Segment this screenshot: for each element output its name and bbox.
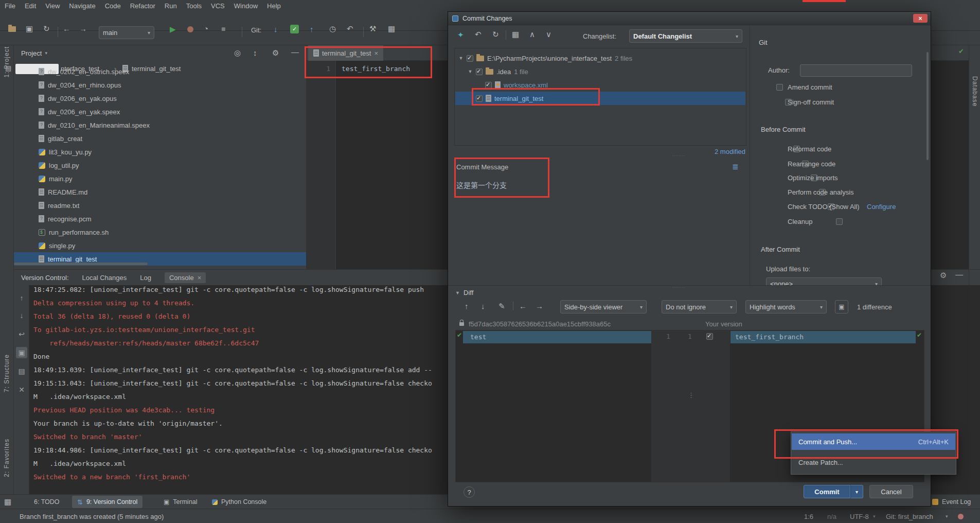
scroll-down-icon[interactable]: ↓: [16, 310, 27, 321]
tab-local-changes[interactable]: Local Changes: [82, 274, 127, 282]
project-file-row[interactable]: single.py: [14, 239, 306, 252]
project-file-row[interactable]: dw_0206_en_yak.opus: [14, 92, 306, 105]
project-file-row[interactable]: readme.txt: [14, 199, 306, 212]
notification-icon[interactable]: [958, 514, 964, 519]
tool-button-project[interactable]: 1: Project: [3, 46, 10, 78]
changelist-select[interactable]: Default Changelist ▾: [629, 29, 742, 43]
checkbox[interactable]: [476, 95, 483, 102]
collapse-all-icon[interactable]: ↕: [253, 49, 257, 57]
menu-navigate[interactable]: Navigate: [64, 2, 100, 10]
splitter-grip-icon[interactable]: ⋮: [688, 391, 694, 399]
git-branch-widget[interactable]: Git: first_branch: [886, 513, 933, 520]
tool-button-database[interactable]: Database: [971, 76, 978, 107]
include-change-checkbox[interactable]: [706, 333, 713, 340]
chevron-expanded-icon[interactable]: ▼: [458, 56, 464, 61]
expand-all-icon[interactable]: ∧: [529, 30, 535, 38]
project-file-row[interactable]: dw_0204_en_rhino.opus: [14, 78, 306, 92]
collapse-unchanged-icon[interactable]: ▣: [835, 300, 848, 313]
project-file-row[interactable]: gitlab_creat: [14, 132, 306, 145]
previous-difference-icon[interactable]: ↑: [465, 302, 469, 310]
menu-item-commit-and-push[interactable]: Commit and Push... Ctrl+Alt+K: [792, 433, 955, 450]
close-icon[interactable]: ×: [374, 49, 378, 57]
tab-todo[interactable]: 6: TODO: [34, 498, 60, 505]
tab-console-selected[interactable]: Console ×: [165, 272, 206, 283]
close-icon[interactable]: ×: [198, 274, 202, 282]
tree-row-terminal-git-test[interactable]: terminal_git_test: [455, 92, 745, 105]
compare-next-file-icon[interactable]: →: [536, 302, 543, 310]
author-field[interactable]: [800, 64, 912, 77]
project-file-row[interactable]: lit3_kou_yu.py: [14, 145, 306, 159]
soft-wrap-icon[interactable]: ↩: [16, 328, 27, 340]
menu-file[interactable]: File: [0, 2, 20, 10]
commit-message-history-icon[interactable]: ≣: [732, 162, 739, 171]
help-button[interactable]: ?: [464, 486, 475, 498]
amend-commit-checkbox[interactable]: [776, 84, 783, 91]
menu-help[interactable]: Help: [262, 2, 286, 10]
project-file-row[interactable]: dw_0206_en_yak.speex: [14, 105, 306, 118]
tree-row-workspace-xml[interactable]: workspace.xml: [455, 78, 745, 92]
clear-console-icon[interactable]: ✕: [16, 384, 27, 395]
tab-terminal[interactable]: ▣Terminal: [164, 498, 198, 505]
project-file-row[interactable]: recognise.pcm: [14, 212, 306, 225]
tab-version-control-selected[interactable]: ⇅ 9: Version Control: [72, 496, 142, 508]
checkbox[interactable]: [485, 82, 492, 89]
hide-panel-icon[interactable]: —: [291, 48, 299, 56]
whitespace-policy-select[interactable]: Do not ignore▾: [662, 300, 737, 313]
project-file-row[interactable]: dw_0210_en_Marineanimal.speex: [14, 118, 306, 132]
cancel-button[interactable]: Cancel: [869, 485, 913, 498]
compare-previous-file-icon[interactable]: ←: [519, 302, 527, 310]
tool-window-switcher-icon[interactable]: ▦: [4, 498, 11, 505]
project-file-row[interactable]: main.py: [14, 172, 306, 185]
project-file-row[interactable]: README.md: [14, 185, 306, 199]
dialog-title-bar[interactable]: Commit Changes ×: [448, 12, 931, 25]
scroll-up-icon[interactable]: ↑: [16, 292, 27, 304]
group-by-icon[interactable]: ▦: [512, 30, 519, 38]
configure-link[interactable]: Configure: [867, 203, 896, 211]
editor-tab[interactable]: terminal_git_test ×: [308, 45, 383, 61]
cleanup-checkbox[interactable]: [836, 218, 843, 225]
highlight-policy-select[interactable]: Highlight words▾: [745, 300, 827, 313]
scroll-to-end-icon[interactable]: ▣: [16, 347, 27, 358]
chevron-expanded-icon[interactable]: ▼: [455, 290, 460, 295]
commit-dropdown-button[interactable]: ▾: [850, 485, 863, 498]
menu-view[interactable]: View: [41, 2, 64, 10]
diff-viewer-select[interactable]: Side-by-side viewer▾: [560, 300, 647, 313]
menu-window[interactable]: Window: [229, 2, 262, 10]
horizontal-scrollbar[interactable]: [14, 263, 148, 265]
gear-icon[interactable]: ⚙: [272, 49, 279, 57]
checkbox[interactable]: [476, 68, 483, 75]
close-icon[interactable]: ×: [913, 14, 928, 23]
refresh-icon[interactable]: ↻: [492, 30, 499, 38]
menu-tools[interactable]: Tools: [182, 2, 206, 10]
edit-icon[interactable]: ✎: [498, 302, 505, 310]
project-file-row[interactable]: log_util.py: [14, 159, 306, 172]
upload-target-select[interactable]: <none> ▾: [766, 277, 882, 285]
event-log-button[interactable]: Event Log: [932, 498, 971, 505]
next-difference-icon[interactable]: ↓: [481, 302, 485, 310]
encoding-select[interactable]: UTF-8: [850, 513, 869, 520]
menu-code[interactable]: Code: [100, 2, 126, 10]
menu-item-create-patch[interactable]: Create Patch...: [792, 456, 955, 469]
splitter-handle[interactable]: ∙∙∙∙∙∙∙: [672, 285, 685, 290]
tool-button-structure[interactable]: 7: Structure: [3, 354, 10, 392]
tree-row-root[interactable]: ▼ E:\PycharmProjects\unione_interface_te…: [455, 51, 745, 65]
show-diff-icon[interactable]: ✦: [457, 30, 464, 40]
menu-run[interactable]: Run: [160, 2, 182, 10]
project-file-row[interactable]: run_performance.sh: [14, 225, 306, 239]
menu-refactor[interactable]: Refactor: [126, 2, 160, 10]
caret-position[interactable]: 1:6: [804, 513, 813, 520]
vertical-scrollbar[interactable]: [926, 52, 929, 160]
menu-edit[interactable]: Edit: [20, 2, 41, 10]
commit-message-input[interactable]: 这是第一个分支: [456, 180, 744, 277]
project-panel-title[interactable]: Project: [21, 49, 42, 57]
menu-vcs[interactable]: VCS: [206, 2, 229, 10]
locate-icon[interactable]: ◎: [234, 49, 241, 57]
tab-python-console[interactable]: Python Console: [212, 498, 266, 505]
collapse-all-icon[interactable]: ∨: [546, 30, 551, 38]
commit-button[interactable]: Commit: [804, 485, 850, 498]
rollback-icon[interactable]: ↶: [475, 30, 482, 38]
tree-row-idea-folder[interactable]: ▼ .idea 1 file: [455, 65, 745, 78]
checkbox[interactable]: [467, 55, 473, 62]
project-file-row[interactable]: dw_0202_en_ostrich.speex: [14, 65, 306, 78]
tab-log[interactable]: Log: [140, 274, 151, 282]
